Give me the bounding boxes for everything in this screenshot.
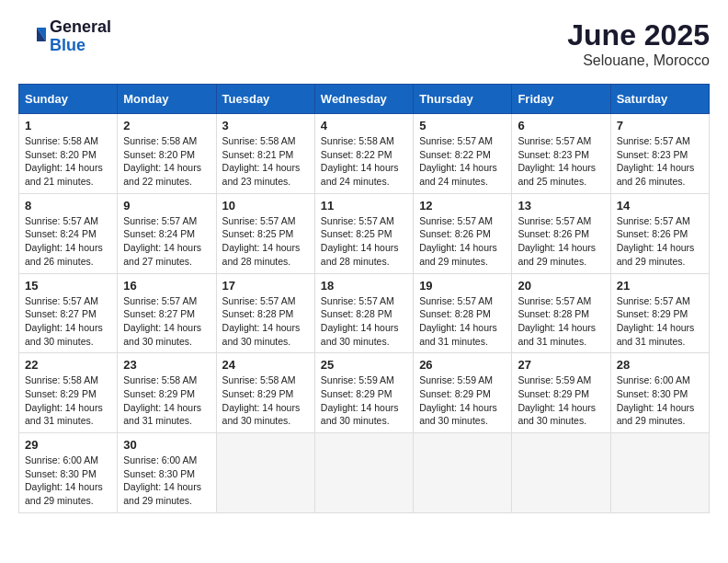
week-row-5: 29Sunrise: 6:00 AMSunset: 8:30 PMDayligh… xyxy=(19,433,710,513)
weekday-header-tuesday: Tuesday xyxy=(216,85,314,114)
location: Selouane, Morocco xyxy=(567,52,710,69)
calendar-cell: 20Sunrise: 5:57 AMSunset: 8:28 PMDayligh… xyxy=(512,273,610,353)
logo-icon xyxy=(18,23,46,51)
calendar-cell xyxy=(512,433,610,513)
day-info: Sunrise: 5:57 AMSunset: 8:28 PMDaylight:… xyxy=(222,294,309,349)
day-info: Sunrise: 6:00 AMSunset: 8:30 PMDaylight:… xyxy=(617,373,703,428)
logo-general-text: General xyxy=(50,18,111,37)
calendar-cell: 28Sunrise: 6:00 AMSunset: 8:30 PMDayligh… xyxy=(610,353,709,433)
day-number: 21 xyxy=(617,279,703,293)
day-number: 13 xyxy=(518,199,604,213)
week-row-4: 22Sunrise: 5:58 AMSunset: 8:29 PMDayligh… xyxy=(19,353,710,433)
calendar-cell: 6Sunrise: 5:57 AMSunset: 8:23 PMDaylight… xyxy=(512,114,610,194)
calendar-cell: 24Sunrise: 5:58 AMSunset: 8:29 PMDayligh… xyxy=(216,353,314,433)
day-info: Sunrise: 5:58 AMSunset: 8:21 PMDaylight:… xyxy=(222,134,309,189)
calendar-cell: 11Sunrise: 5:57 AMSunset: 8:25 PMDayligh… xyxy=(314,193,413,273)
day-info: Sunrise: 6:00 AMSunset: 8:30 PMDaylight:… xyxy=(123,454,210,508)
calendar-cell: 23Sunrise: 5:58 AMSunset: 8:29 PMDayligh… xyxy=(118,353,216,433)
day-info: Sunrise: 5:57 AMSunset: 8:27 PMDaylight:… xyxy=(25,294,111,349)
calendar-cell xyxy=(610,433,709,513)
calendar-cell: 30Sunrise: 6:00 AMSunset: 8:30 PMDayligh… xyxy=(118,433,216,513)
calendar-cell: 17Sunrise: 5:57 AMSunset: 8:28 PMDayligh… xyxy=(216,273,314,353)
day-number: 30 xyxy=(123,438,210,452)
weekday-header-monday: Monday xyxy=(118,85,216,114)
day-info: Sunrise: 5:57 AMSunset: 8:26 PMDaylight:… xyxy=(518,214,604,269)
day-number: 18 xyxy=(321,279,407,293)
day-number: 26 xyxy=(419,358,506,372)
day-info: Sunrise: 5:57 AMSunset: 8:28 PMDaylight:… xyxy=(518,294,604,349)
day-info: Sunrise: 5:57 AMSunset: 8:25 PMDaylight:… xyxy=(321,214,407,269)
calendar-cell: 18Sunrise: 5:57 AMSunset: 8:28 PMDayligh… xyxy=(314,273,413,353)
day-info: Sunrise: 5:58 AMSunset: 8:22 PMDaylight:… xyxy=(321,134,407,189)
day-info: Sunrise: 5:59 AMSunset: 8:29 PMDaylight:… xyxy=(419,373,506,428)
day-number: 7 xyxy=(617,119,703,132)
calendar-cell: 14Sunrise: 5:57 AMSunset: 8:26 PMDayligh… xyxy=(610,193,709,273)
day-info: Sunrise: 5:57 AMSunset: 8:26 PMDaylight:… xyxy=(617,214,703,269)
calendar-cell: 3Sunrise: 5:58 AMSunset: 8:21 PMDaylight… xyxy=(216,114,314,194)
calendar-cell: 12Sunrise: 5:57 AMSunset: 8:26 PMDayligh… xyxy=(414,193,512,273)
day-info: Sunrise: 5:58 AMSunset: 8:29 PMDaylight:… xyxy=(123,373,210,428)
day-number: 1 xyxy=(25,119,111,132)
day-number: 5 xyxy=(419,119,506,132)
day-number: 8 xyxy=(25,199,111,213)
calendar-cell: 21Sunrise: 5:57 AMSunset: 8:29 PMDayligh… xyxy=(610,273,709,353)
calendar-cell: 2Sunrise: 5:58 AMSunset: 8:20 PMDaylight… xyxy=(118,114,216,194)
day-info: Sunrise: 5:57 AMSunset: 8:28 PMDaylight:… xyxy=(321,294,407,349)
day-info: Sunrise: 5:57 AMSunset: 8:27 PMDaylight:… xyxy=(123,294,210,349)
calendar-cell: 9Sunrise: 5:57 AMSunset: 8:24 PMDaylight… xyxy=(118,193,216,273)
day-number: 12 xyxy=(419,199,506,213)
day-info: Sunrise: 5:57 AMSunset: 8:24 PMDaylight:… xyxy=(123,214,210,269)
calendar-cell: 13Sunrise: 5:57 AMSunset: 8:26 PMDayligh… xyxy=(512,193,610,273)
day-number: 16 xyxy=(123,279,210,293)
month-title: June 2025 xyxy=(567,18,710,52)
weekday-header-friday: Friday xyxy=(512,85,610,114)
calendar-cell: 16Sunrise: 5:57 AMSunset: 8:27 PMDayligh… xyxy=(118,273,216,353)
day-number: 10 xyxy=(222,199,309,213)
day-info: Sunrise: 5:57 AMSunset: 8:24 PMDaylight:… xyxy=(25,214,111,269)
calendar-cell: 26Sunrise: 5:59 AMSunset: 8:29 PMDayligh… xyxy=(414,353,512,433)
week-row-1: 1Sunrise: 5:58 AMSunset: 8:20 PMDaylight… xyxy=(19,114,710,194)
calendar-cell xyxy=(216,433,314,513)
day-number: 14 xyxy=(617,199,703,213)
calendar-cell xyxy=(414,433,512,513)
day-info: Sunrise: 5:57 AMSunset: 8:25 PMDaylight:… xyxy=(222,214,309,269)
day-info: Sunrise: 5:57 AMSunset: 8:23 PMDaylight:… xyxy=(518,134,604,189)
calendar-cell: 22Sunrise: 5:58 AMSunset: 8:29 PMDayligh… xyxy=(19,353,118,433)
day-info: Sunrise: 5:57 AMSunset: 8:22 PMDaylight:… xyxy=(419,134,506,189)
day-number: 23 xyxy=(123,358,210,372)
week-row-3: 15Sunrise: 5:57 AMSunset: 8:27 PMDayligh… xyxy=(19,273,710,353)
day-info: Sunrise: 5:58 AMSunset: 8:29 PMDaylight:… xyxy=(25,373,111,428)
day-number: 29 xyxy=(25,438,111,452)
day-info: Sunrise: 5:57 AMSunset: 8:26 PMDaylight:… xyxy=(419,214,506,269)
calendar-cell: 7Sunrise: 5:57 AMSunset: 8:23 PMDaylight… xyxy=(610,114,709,194)
weekday-header-wednesday: Wednesday xyxy=(314,85,413,114)
day-info: Sunrise: 5:58 AMSunset: 8:20 PMDaylight:… xyxy=(123,134,210,189)
day-info: Sunrise: 5:59 AMSunset: 8:29 PMDaylight:… xyxy=(321,373,407,428)
day-info: Sunrise: 5:58 AMSunset: 8:20 PMDaylight:… xyxy=(25,134,111,189)
day-number: 25 xyxy=(321,358,407,372)
calendar-cell: 8Sunrise: 5:57 AMSunset: 8:24 PMDaylight… xyxy=(19,193,118,273)
day-number: 9 xyxy=(123,199,210,213)
logo-blue-text: Blue xyxy=(50,37,111,55)
logo: General Blue xyxy=(18,18,111,55)
day-number: 3 xyxy=(222,119,309,132)
day-info: Sunrise: 5:57 AMSunset: 8:28 PMDaylight:… xyxy=(419,294,506,349)
day-number: 27 xyxy=(518,358,604,372)
calendar-cell: 25Sunrise: 5:59 AMSunset: 8:29 PMDayligh… xyxy=(314,353,413,433)
calendar-cell: 19Sunrise: 5:57 AMSunset: 8:28 PMDayligh… xyxy=(414,273,512,353)
page-header: General Blue June 2025 Selouane, Morocco xyxy=(18,18,710,69)
day-info: Sunrise: 6:00 AMSunset: 8:30 PMDaylight:… xyxy=(25,454,111,508)
day-number: 6 xyxy=(518,119,604,132)
calendar-cell: 1Sunrise: 5:58 AMSunset: 8:20 PMDaylight… xyxy=(19,114,118,194)
day-number: 4 xyxy=(321,119,407,132)
day-number: 2 xyxy=(123,119,210,132)
day-number: 20 xyxy=(518,279,604,293)
calendar-cell: 5Sunrise: 5:57 AMSunset: 8:22 PMDaylight… xyxy=(414,114,512,194)
day-number: 24 xyxy=(222,358,309,372)
calendar-cell xyxy=(314,433,413,513)
calendar-table: SundayMondayTuesdayWednesdayThursdayFrid… xyxy=(18,84,710,513)
weekday-header-thursday: Thursday xyxy=(414,85,512,114)
day-number: 15 xyxy=(25,279,111,293)
day-info: Sunrise: 5:57 AMSunset: 8:29 PMDaylight:… xyxy=(617,294,703,349)
day-number: 19 xyxy=(419,279,506,293)
